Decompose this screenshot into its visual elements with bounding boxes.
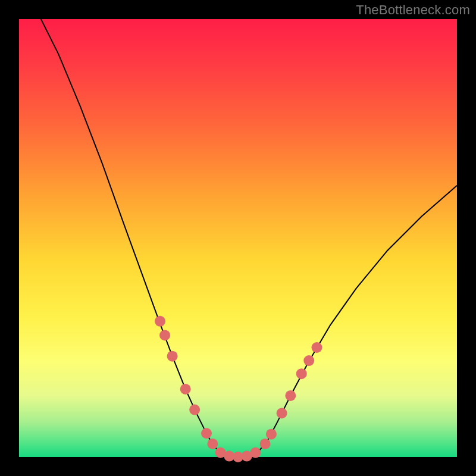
chart-stage: TheBottleneck.com	[0, 0, 476, 476]
watermark-text: TheBottleneck.com	[356, 2, 470, 18]
bottleneck-chart-canvas	[0, 0, 476, 476]
